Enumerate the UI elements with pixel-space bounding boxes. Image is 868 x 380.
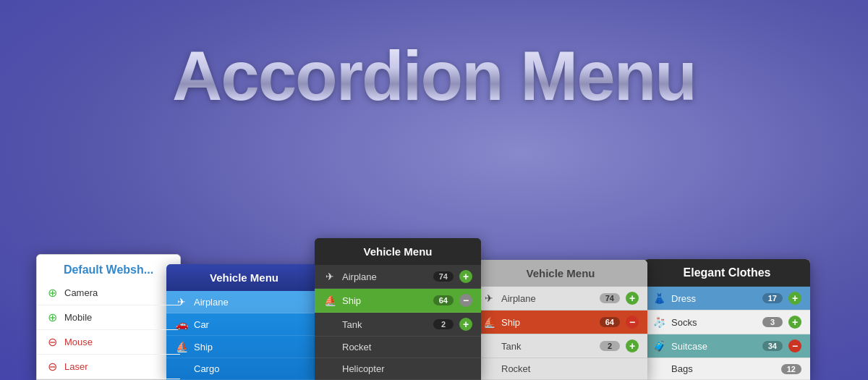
item-badge: 74: [600, 293, 620, 303]
list-item[interactable]: ⊖ Mouse: [37, 330, 180, 355]
page-title: Accordion Menu: [0, 36, 868, 116]
add-button[interactable]: +: [459, 318, 472, 331]
add-button[interactable]: +: [788, 292, 801, 305]
list-item[interactable]: 🧦 Socks 3 +: [644, 311, 810, 334]
menu-vehicle-gray: Vehicle Menu ✈ Airplane 74 + ⛵ Ship 64 −…: [474, 260, 647, 380]
socks-icon: 🧦: [652, 316, 665, 328]
menus-container: Default Websh... ⊕ Camera ⊕ Mobile ⊖ Mou…: [0, 238, 868, 380]
remove-button[interactable]: −: [459, 294, 472, 307]
minus-circle-icon: ⊖: [46, 360, 59, 373]
list-item[interactable]: Helicopter: [315, 358, 481, 380]
car-icon: 🚗: [175, 318, 188, 330]
list-item[interactable]: 🧳 Suitcase 34 −: [644, 334, 810, 358]
item-badge: 64: [433, 295, 454, 305]
list-item[interactable]: ⊕ Mobile: [37, 305, 180, 330]
list-item[interactable]: Rocket: [315, 337, 481, 358]
item-badge: 74: [433, 271, 454, 282]
list-item[interactable]: Bags 12: [644, 358, 810, 380]
minus-circle-icon: ⊖: [46, 335, 59, 349]
item-badge: 64: [600, 317, 620, 327]
menu-vehicle-dark: Vehicle Menu ✈ Airplane 74 + ⛵ Ship 64 −…: [315, 238, 481, 380]
remove-button[interactable]: −: [788, 339, 801, 352]
list-item[interactable]: ✈ Airplane 74 +: [315, 265, 481, 289]
list-item[interactable]: ⛵ Ship 64 −: [474, 311, 647, 334]
dress-icon: 👗: [652, 292, 665, 304]
menu-dark-header: Vehicle Menu: [315, 238, 481, 265]
list-item[interactable]: ⊖ Laser: [37, 355, 180, 379]
suitcase-icon: 🧳: [652, 340, 665, 352]
list-item[interactable]: 🚗 Car: [166, 313, 322, 336]
menu-elegant-clothes: Elegant Clothes 👗 Dress 17 + 🧦 Socks 3 +…: [644, 259, 810, 380]
item-badge: 17: [762, 293, 783, 303]
item-badge: 2: [433, 319, 454, 329]
item-badge: 2: [600, 341, 620, 351]
menu-blue-header: Vehicle Menu: [166, 264, 322, 291]
list-item[interactable]: ✈ Airplane: [166, 291, 322, 313]
add-button[interactable]: +: [788, 316, 801, 329]
plus-circle-icon: ⊕: [46, 311, 59, 324]
list-item[interactable]: Tank 2 +: [315, 313, 481, 337]
list-item[interactable]: ⛵ Ship 64 −: [315, 289, 481, 313]
list-item[interactable]: ✈ Airplane 74 +: [474, 287, 647, 311]
add-button[interactable]: +: [459, 270, 472, 283]
menu-gray-header: Vehicle Menu: [474, 260, 647, 287]
airplane-icon: ✈: [175, 296, 188, 308]
add-button[interactable]: +: [626, 292, 639, 305]
item-badge: 34: [762, 341, 783, 351]
list-item[interactable]: Cargo: [166, 358, 322, 380]
list-item[interactable]: 👗 Dress 17 +: [644, 287, 810, 311]
item-badge: 12: [781, 364, 801, 374]
item-badge: 3: [762, 317, 783, 327]
list-item[interactable]: ⊕ Camera: [37, 281, 180, 305]
ship-icon: ⛵: [323, 295, 336, 306]
airplane-icon: ✈: [482, 292, 495, 304]
remove-button[interactable]: −: [626, 316, 639, 329]
list-item[interactable]: Rocket: [474, 358, 647, 380]
list-item[interactable]: ⛵ Ship: [166, 336, 322, 358]
ship-icon: ⛵: [482, 316, 495, 328]
plus-circle-icon: ⊕: [46, 286, 59, 300]
airplane-icon: ✈: [323, 271, 336, 282]
menu-elegant-header: Elegant Clothes: [644, 259, 810, 287]
add-button[interactable]: +: [626, 339, 639, 352]
ship-icon: ⛵: [175, 341, 188, 352]
menu-vehicle-blue: Vehicle Menu ✈ Airplane 🚗 Car ⛵ Ship Car…: [166, 264, 322, 380]
menu-default-website: Default Websh... ⊕ Camera ⊕ Mobile ⊖ Mou…: [36, 254, 181, 380]
list-item[interactable]: Tank 2 +: [474, 334, 647, 358]
menu-default-header: Default Websh...: [37, 255, 180, 281]
